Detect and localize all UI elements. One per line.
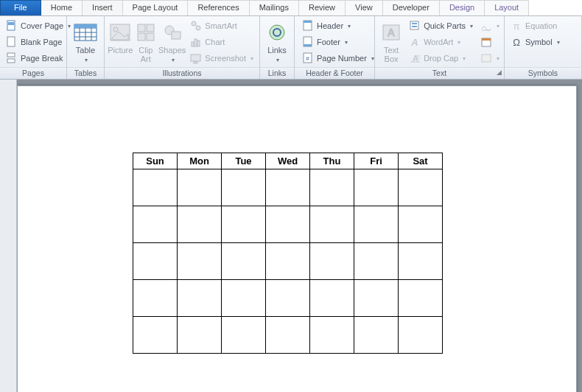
tab-insert[interactable]: Insert [83,0,123,15]
calendar-cell[interactable] [222,169,266,206]
calendar-header-cell[interactable]: Wed [266,153,310,169]
calendar-header-cell[interactable]: Mon [178,153,222,169]
calendar-header-cell[interactable]: Fri [354,153,399,169]
calendar-cell[interactable] [399,280,443,317]
calendar-table[interactable]: Sun Mon Tue Wed Thu Fri Sat [133,153,443,354]
calendar-cell[interactable] [178,317,222,354]
page-number-button[interactable]: # Page Number ▾ [299,50,377,66]
tab-developer[interactable]: Developer [383,0,440,15]
calendar-cell[interactable] [266,169,310,206]
tab-design[interactable]: Design [440,0,485,15]
document-page[interactable]: Sun Mon Tue Wed Thu Fri Sat [17,85,577,392]
calendar-cell[interactable] [222,206,266,243]
chevron-down-icon: ▾ [497,23,499,29]
calendar-cell[interactable] [133,169,178,206]
calendar-cell[interactable] [310,317,354,354]
tab-file[interactable]: File [0,0,41,15]
calendar-cell[interactable] [133,317,178,354]
calendar-cell[interactable] [399,169,443,206]
svg-text:Ω: Ω [513,37,520,48]
chart-button[interactable]: Chart [187,34,256,50]
calendar-header-cell[interactable]: Sun [133,153,178,169]
group-tables: Table▾ Tables [67,16,105,79]
signature-line-button[interactable]: ▾ [479,18,501,34]
tab-layout[interactable]: Layout [485,0,529,15]
calendar-cell[interactable] [310,280,354,317]
tab-references[interactable]: References [188,0,249,15]
tab-mailings[interactable]: Mailings [250,0,299,15]
calendar-cell[interactable] [310,206,354,243]
quick-parts-button[interactable]: Quick Parts ▾ [406,18,476,34]
header-button[interactable]: Header ▾ [299,18,377,34]
calendar-cell[interactable] [222,280,266,317]
calendar-cell[interactable] [222,317,266,354]
calendar-cell[interactable] [266,243,310,280]
calendar-header-cell[interactable]: Thu [310,153,354,169]
cover-page-icon [6,20,18,32]
calendar-cell[interactable] [222,243,266,280]
header-label: Header [317,21,343,30]
calendar-cell[interactable] [354,206,399,243]
group-symbols: π Equation Ω Symbol ▾ Symbols [505,16,582,79]
calendar-cell[interactable] [266,280,310,317]
calendar-header-cell[interactable]: Tue [222,153,266,169]
drop-cap-button[interactable]: A Drop Cap ▾ [406,50,476,66]
wordart-button[interactable]: A WordArt ▾ [406,34,476,50]
calendar-cell[interactable] [354,243,399,280]
blank-page-button[interactable]: Blank Page [3,34,74,50]
clip-art-button[interactable]: Clip Art [133,18,159,63]
calendar-cell[interactable] [399,243,443,280]
calendar-cell[interactable] [354,169,399,206]
calendar-cell[interactable] [399,317,443,354]
symbol-button[interactable]: Ω Symbol ▾ [508,34,563,50]
screenshot-button[interactable]: Screenshot ▾ [187,50,256,66]
date-time-button[interactable] [479,34,501,50]
dialog-launcher-icon[interactable]: ◢ [497,69,502,76]
table-button[interactable]: Table▾ [70,18,101,65]
text-box-button[interactable]: A Text Box [378,18,404,63]
svg-rect-38 [412,23,417,24]
group-text-label: Text◢ [375,67,504,79]
object-button[interactable]: ▾ [479,50,501,66]
calendar-cell[interactable] [310,243,354,280]
object-icon [480,52,492,64]
group-illustrations-label: Illustrations [105,67,259,79]
document-scroll-area[interactable]: Sun Mon Tue Wed Thu Fri Sat [17,80,582,392]
smartart-button[interactable]: SmartArt [187,18,256,34]
calendar-cell[interactable] [178,169,222,206]
svg-rect-17 [138,33,145,41]
calendar-cell[interactable] [133,243,178,280]
calendar-cell[interactable] [354,317,399,354]
calendar-cell[interactable] [178,206,222,243]
tab-review[interactable]: Review [299,0,346,15]
calendar-cell[interactable] [399,206,443,243]
clip-art-icon [134,21,158,44]
calendar-cell[interactable] [133,280,178,317]
equation-button[interactable]: π Equation [508,18,563,34]
calendar-cell[interactable] [178,280,222,317]
cover-page-button[interactable]: Cover Page ▾ [3,18,74,34]
calendar-cell[interactable] [266,206,310,243]
calendar-cell[interactable] [354,280,399,317]
vertical-ruler [0,80,17,392]
footer-button[interactable]: Footer ▾ [299,34,377,50]
chevron-down-icon: ▾ [463,55,466,62]
calendar-cell[interactable] [310,169,354,206]
calendar-cell[interactable] [133,206,178,243]
calendar-cell[interactable] [266,317,310,354]
shapes-icon [161,21,184,44]
page-break-label: Page Break [21,54,63,63]
chevron-down-icon: ▾ [470,23,473,29]
links-button[interactable]: Links▾ [263,18,291,65]
svg-rect-47 [482,38,491,41]
tab-home[interactable]: Home [41,0,83,15]
shapes-button[interactable]: Shapes▾ [158,18,186,65]
calendar-header-cell[interactable]: Sat [399,153,443,169]
page-break-button[interactable]: Page Break [3,50,74,66]
calendar-cell[interactable] [178,243,222,280]
tab-page-layout[interactable]: Page Layout [123,0,189,15]
tab-view[interactable]: View [346,0,383,15]
svg-rect-39 [412,26,417,27]
quick-parts-icon [409,20,421,32]
picture-button[interactable]: Picture [108,18,133,55]
